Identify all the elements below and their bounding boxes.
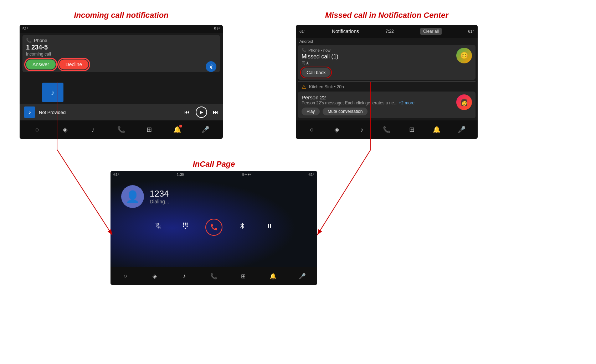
- nav-bell[interactable]: 🔔: [171, 124, 183, 135]
- bluetooth-call-button[interactable]: [235, 219, 250, 233]
- incall-controls: [111, 215, 317, 239]
- end-call-button[interactable]: [205, 219, 222, 236]
- incoming-call-screen: 51° 51° 📞 Phone 1 234-5 Incoming call An…: [20, 25, 223, 139]
- contact-avatar: 👤: [121, 185, 144, 208]
- notif-nav-music[interactable]: ♪: [356, 124, 368, 135]
- notif-nav-grid[interactable]: ⊞: [406, 124, 417, 135]
- kitchen-sink-card: ⚠ Kitchen Sink • 20h: [298, 82, 476, 92]
- incall-bottom-nav: ○ ◈ ♪ 📞 ⊞ 🔔 🎤: [111, 267, 317, 285]
- missed-phone-icon: 📞: [302, 48, 307, 52]
- bottom-nav: ○ ◈ ♪ 📞 ⊞ 🔔 🎤: [20, 120, 223, 139]
- nav-diamond[interactable]: ◈: [60, 124, 71, 135]
- answer-button[interactable]: Answer: [26, 59, 56, 69]
- incall-nav-mic[interactable]: 🎤: [297, 270, 308, 282]
- android-label: Android: [296, 38, 478, 45]
- phone-icon: 📞: [26, 38, 32, 43]
- incall-status-bar: 61° 1:35 ⊕✦♦▾ 61°: [111, 171, 317, 178]
- play-button-person22[interactable]: Play: [302, 108, 320, 115]
- contact-info: 1234 Dialing...: [150, 189, 169, 204]
- music-title: Not Provided: [39, 110, 181, 115]
- music-bar: ♪ Not Provided ⏮ ▶ ⏭: [20, 104, 223, 120]
- album-art: ♪: [42, 83, 63, 102]
- notif-header: 📞 Phone: [26, 38, 216, 43]
- incall-nav-phone[interactable]: 📞: [208, 270, 220, 282]
- incall-temp-right: 61°: [308, 172, 314, 177]
- keypad-button[interactable]: [178, 219, 192, 233]
- notif-center-header: 61° Notifications 7:22 Clear all 61°: [296, 25, 478, 38]
- nav-grid[interactable]: ⊞: [144, 124, 155, 135]
- mute-button[interactable]: [151, 219, 165, 233]
- missed-bottom-nav: ○ ◈ ♪ 📞 ⊞ 🔔 🎤: [296, 120, 478, 139]
- missed-card-left: 📞 Phone • now Missed call (1) 同★ Call ba…: [302, 48, 338, 77]
- missed-caller-avatar: 😊: [456, 48, 472, 63]
- bluetooth-icon: [206, 61, 216, 72]
- notif-status-left: 61°: [299, 29, 305, 33]
- notif-nav-bell[interactable]: 🔔: [431, 124, 442, 135]
- incall-time: 1:35: [177, 172, 184, 177]
- incall-nav-diamond[interactable]: ◈: [149, 270, 160, 282]
- decline-button[interactable]: Decline: [59, 59, 89, 69]
- incall-title: InCall Page: [111, 160, 317, 169]
- notif-nav-home[interactable]: ○: [306, 124, 318, 135]
- music-icon: ♪: [24, 106, 35, 118]
- contact-name: 1234: [150, 189, 169, 199]
- incall-temp-left: 61°: [113, 172, 119, 177]
- person22-avatar: 👩: [456, 94, 472, 110]
- status-temp-right: 51°: [214, 27, 220, 31]
- person22-left: Person 22 Person 22's message; Each clic…: [302, 94, 415, 115]
- notif-actions: Answer Decline: [26, 59, 216, 69]
- divider-1: [298, 81, 476, 82]
- incall-nav-home[interactable]: ○: [119, 270, 131, 282]
- incoming-label: Incoming call: [26, 52, 216, 57]
- notif-nav-phone[interactable]: 📞: [381, 124, 392, 135]
- status-bar: 51° 51°: [20, 25, 223, 33]
- person22-name: Person 22: [302, 94, 415, 100]
- missed-call-card: 📞 Phone • now Missed call (1) 同★ Call ba…: [298, 45, 476, 80]
- incall-screen: 61° 1:35 ⊕✦♦▾ 61° 👤 1234 Dialing...: [111, 171, 317, 285]
- missed-call-text: Missed call (1): [302, 53, 338, 60]
- clear-all-button[interactable]: Clear all: [420, 28, 442, 35]
- missed-call-title: Missed call in Notification Center: [296, 11, 478, 20]
- next-icon[interactable]: ⏭: [213, 109, 219, 115]
- notif-nav-mic[interactable]: 🎤: [456, 124, 467, 135]
- person22-msg: Person 22's message; Each click generate…: [302, 100, 415, 105]
- incoming-notification-card: 📞 Phone 1 234-5 Incoming call Answer Dec…: [22, 35, 220, 72]
- nav-music[interactable]: ♪: [87, 124, 99, 135]
- missed-call-screen: 61° Notifications 7:22 Clear all 61° And…: [296, 25, 478, 139]
- incoming-call-title: Incoming call notification: [20, 11, 223, 20]
- incall-icons: ⊕✦♦▾: [242, 172, 251, 177]
- more-badge: +2 more: [399, 100, 414, 105]
- incall-nav-bell[interactable]: 🔔: [267, 270, 279, 282]
- mute-button-person22[interactable]: Mute conversation: [323, 108, 368, 115]
- nav-mic[interactable]: 🎤: [200, 124, 211, 135]
- incall-nav-grid[interactable]: ⊞: [238, 270, 249, 282]
- missed-sub: 同★: [302, 61, 338, 66]
- warning-icon: ⚠: [302, 84, 306, 90]
- missed-app-name: Phone • now: [308, 48, 330, 52]
- kitchen-sink-text: Kitchen Sink • 20h: [309, 84, 344, 89]
- person22-card: Person 22 Person 22's message; Each clic…: [298, 92, 476, 118]
- incall-nav-music[interactable]: ♪: [179, 270, 190, 282]
- play-button[interactable]: ▶: [196, 106, 207, 118]
- notif-app-name: Phone: [34, 38, 47, 43]
- caller-number: 1 234-5: [26, 44, 216, 51]
- incall-contact-area: 👤 1234 Dialing...: [111, 178, 317, 215]
- contact-status: Dialing...: [150, 199, 169, 204]
- nav-phone[interactable]: 📞: [115, 124, 127, 135]
- nav-home[interactable]: ○: [31, 124, 43, 135]
- status-temp-left: 51°: [22, 27, 29, 31]
- notif-status-right: 61°: [468, 29, 474, 33]
- notif-nav-diamond[interactable]: ◈: [331, 124, 343, 135]
- notif-time: 7:22: [385, 29, 394, 34]
- call-back-button[interactable]: Call back: [302, 68, 330, 77]
- prev-icon[interactable]: ⏮: [184, 109, 190, 115]
- notifications-title: Notifications: [332, 28, 359, 34]
- person22-actions: Play Mute conversation: [302, 108, 415, 115]
- music-controls: ⏮ ▶ ⏭: [184, 106, 219, 118]
- missed-phone-header: 📞 Phone • now: [302, 48, 338, 52]
- hold-button[interactable]: [262, 219, 277, 233]
